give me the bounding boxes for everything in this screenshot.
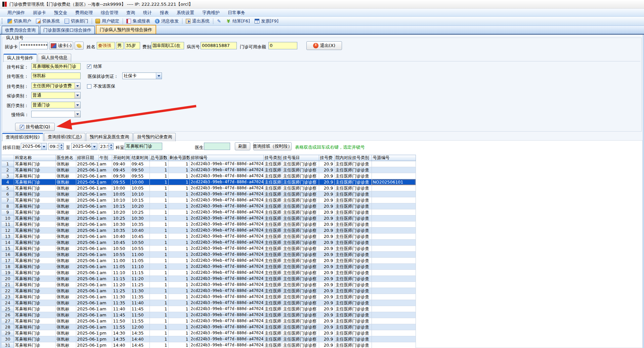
cell-remain[interactable]: 1 (168, 209, 189, 215)
cell-date[interactable]: 2025-06-1 (76, 173, 98, 179)
schedule-tab-1[interactable]: 查询排班(按汇总) (44, 133, 85, 141)
cell-session[interactable]: pm (98, 336, 112, 342)
cell-hosp-reg-type[interactable]: 主任医师门诊诊查 (334, 209, 372, 215)
cell-remain[interactable]: 1 (168, 276, 189, 282)
cell-doctor[interactable]: 张凯标 (55, 252, 76, 258)
table-row[interactable]: 12耳鼻喉科门诊张凯标2025-06-1am10:3510:40112cd224… (2, 228, 416, 234)
cell-start[interactable]: 14:40 (112, 342, 130, 348)
cell-total[interactable]: 1 (149, 318, 168, 324)
cell-total[interactable]: 1 (149, 197, 168, 203)
toolbar-button-切换用户[interactable]: 切换用户 (5, 17, 34, 25)
cell-dept[interactable]: 耳鼻喉科门诊 (14, 312, 55, 318)
cell-source-no[interactable] (372, 221, 416, 228)
cell-hosp-reg-type[interactable]: 主任医师门诊诊查 (334, 234, 372, 240)
cell-session[interactable]: am (98, 300, 112, 306)
table-row[interactable]: 5耳鼻喉科门诊张凯标2025-06-1am10:0010:05112cd224b… (2, 185, 416, 191)
cell-fee[interactable]: 20.9 (319, 276, 334, 282)
cell-total[interactable]: 1 (149, 258, 168, 264)
cell-reg-type[interactable]: 主任医师 (263, 294, 282, 300)
cell-date[interactable]: 2025-06-1 (76, 330, 98, 336)
reg-doctor-field[interactable]: 张凯标 (31, 72, 81, 79)
cell-schedule-id[interactable]: 2cd224b3-99eb-4f7d-880d-a4702426 (189, 264, 263, 270)
cell-end[interactable]: 11:05 (130, 258, 149, 264)
cell-rownum[interactable]: 19 (2, 270, 14, 276)
cell-end[interactable]: 11:50 (130, 312, 149, 318)
cell-session[interactable]: am (98, 264, 112, 270)
cell-date[interactable]: 2025-06-1 (76, 221, 98, 228)
spin-down-icon[interactable] (59, 147, 63, 150)
cell-end[interactable]: 11:35 (130, 294, 149, 300)
column-header-dept[interactable]: 科室名称 (14, 155, 55, 161)
cell-doctor[interactable]: 张凯标 (55, 288, 76, 294)
cell-fee[interactable]: 20.9 (319, 197, 334, 203)
cell-fee[interactable]: 20.9 (319, 209, 334, 215)
cell-hosp-reg-type[interactable]: 主任医师门诊诊查 (334, 264, 372, 270)
toolbar-button-切换系统[interactable]: 切换系统 (34, 17, 62, 25)
cell-reg-type[interactable]: 主任医师 (263, 191, 282, 197)
cell-fee[interactable]: 20.9 (319, 300, 334, 306)
cell-dept[interactable]: 耳鼻喉科门诊 (14, 318, 55, 324)
cell-fee[interactable]: 20.9 (319, 203, 334, 209)
cell-doctor[interactable]: 张凯标 (55, 185, 76, 191)
cell-hosp-reg-type[interactable]: 主任医师门诊诊查 (334, 312, 372, 318)
cell-rownum[interactable]: 8 (2, 203, 14, 209)
cell-schedule-id[interactable]: 2cd224b3-99eb-4f7d-880d-a4702426 (189, 342, 263, 348)
date-to-combo[interactable]: 2025-06-13 (71, 143, 97, 150)
cell-total[interactable]: 1 (149, 246, 168, 252)
menu-item-3[interactable]: 费用处理 (71, 9, 97, 16)
spin-down-icon[interactable] (109, 147, 113, 150)
cell-end[interactable]: 11:45 (130, 306, 149, 312)
cell-doctor[interactable]: 张凯标 (55, 270, 76, 276)
column-header-reg-item[interactable]: 挂号项目 (282, 155, 319, 161)
cell-reg-type[interactable]: 主任医师 (263, 306, 282, 312)
nosend-checkbox[interactable]: 不发送医保 (87, 83, 115, 89)
cell-reg-type[interactable]: 主任医师 (263, 300, 282, 306)
cell-start[interactable]: 14:30 (112, 330, 130, 336)
cell-source-no[interactable] (372, 330, 416, 336)
cell-date[interactable]: 2025-06-1 (76, 228, 98, 234)
cell-source-no[interactable] (372, 312, 416, 318)
cell-hosp-reg-type[interactable]: 主任医师门诊诊查 (334, 300, 372, 306)
cell-dept[interactable]: 耳鼻喉科门诊 (14, 246, 55, 252)
cell-remain[interactable]: 1 (168, 185, 189, 191)
cell-fee[interactable]: 20.9 (319, 342, 334, 348)
toolbar-button[interactable]: ✎ (214, 18, 224, 24)
column-header-end[interactable]: 结束时间 (130, 155, 149, 161)
cell-session[interactable]: am (98, 221, 112, 228)
cell-date[interactable]: 2025-06-1 (76, 246, 98, 252)
cell-date[interactable]: 2025-06-1 (76, 342, 98, 348)
cell-date[interactable]: 2025-06-1 (76, 294, 98, 300)
cell-start[interactable]: 11:30 (112, 294, 130, 300)
cell-hosp-reg-type[interactable]: 主任医师门诊诊查 (334, 197, 372, 203)
cell-schedule-id[interactable]: 2cd224b3-99eb-4f7d-880d-a4702426 (189, 215, 263, 221)
cell-date[interactable]: 2025-06-1 (76, 185, 98, 191)
cell-reg-item[interactable]: 主任医师门诊诊察 (282, 215, 319, 221)
cell-date[interactable]: 2025-06-1 (76, 209, 98, 215)
cell-reg-item[interactable]: 主任医师门诊诊察 (282, 276, 319, 282)
table-row[interactable]: 3耳鼻喉科门诊张凯标2025-06-1am09:5009:55112cd224b… (2, 173, 416, 179)
cell-end[interactable]: 10:50 (130, 240, 149, 246)
menu-item-10[interactable]: 日常事务 (224, 9, 249, 16)
cell-reg-type[interactable]: 主任医师 (263, 221, 282, 228)
column-header-total[interactable]: 总号源数 (149, 155, 168, 161)
cell-end[interactable]: 14:35 (130, 330, 149, 336)
cell-source-no[interactable] (372, 215, 416, 221)
cell-end[interactable]: 11:30 (130, 288, 149, 294)
cell-reg-type[interactable]: 主任医师 (263, 330, 282, 336)
cell-fee[interactable]: 20.9 (319, 215, 334, 221)
table-row[interactable]: 13耳鼻喉科门诊张凯标2025-06-1am10:4010:45112cd224… (2, 234, 416, 240)
cell-doctor[interactable]: 张凯标 (55, 215, 76, 221)
cell-date[interactable]: 2025-06-1 (76, 252, 98, 258)
medical-type-combo[interactable]: 普通门诊 (31, 102, 81, 108)
cell-fee[interactable]: 20.9 (319, 306, 334, 312)
cell-source-no[interactable] (372, 246, 416, 252)
cell-source-no[interactable] (372, 306, 416, 312)
cell-session[interactable]: am (98, 228, 112, 234)
cell-hosp-reg-type[interactable]: 主任医师门诊诊查 (334, 282, 372, 288)
cell-end[interactable]: 14:40 (130, 336, 149, 342)
cell-rownum[interactable]: 24 (2, 300, 14, 306)
chevron-down-icon[interactable] (75, 111, 80, 117)
cell-reg-item[interactable]: 主任医师门诊诊察 (282, 197, 319, 203)
cell-total[interactable]: 1 (149, 234, 168, 240)
cell-date[interactable]: 2025-06-1 (76, 197, 98, 203)
